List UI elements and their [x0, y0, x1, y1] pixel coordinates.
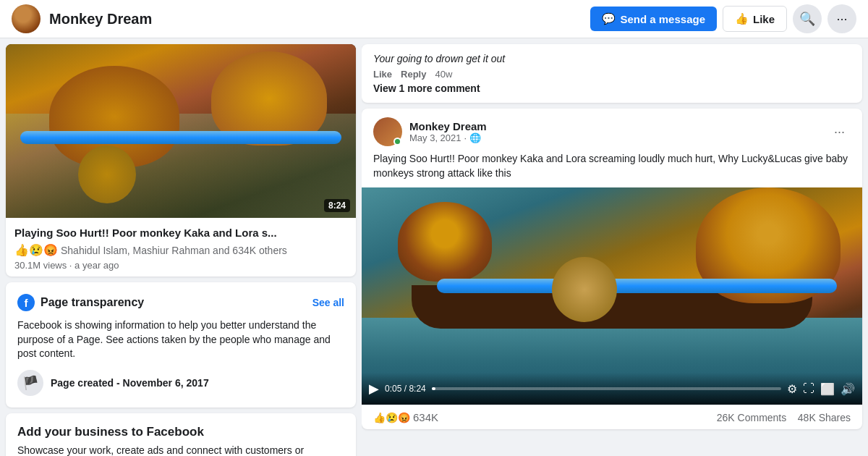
post-options-button[interactable]: ··· [828, 122, 851, 143]
search-button[interactable]: 🔍 [793, 4, 822, 33]
globe-icon: 🌐 [469, 132, 481, 143]
see-all-link[interactable]: See all [312, 297, 344, 308]
total-time: 8:24 [409, 384, 425, 394]
video-stats: 30.1M views · a year ago [14, 260, 347, 271]
search-icon: 🔍 [799, 11, 815, 27]
add-business-title: Add your business to Facebook [17, 425, 344, 439]
page-title: Monkey Dream [49, 11, 582, 28]
post-reaction-emojis: 👍😢😡 [373, 412, 410, 423]
online-indicator [393, 138, 401, 145]
control-icons: ⚙ ⛶ ⬜ 🔊 [787, 382, 855, 396]
comment-like-link[interactable]: Like [373, 69, 392, 80]
transparency-description: Facebook is showing information to help … [17, 318, 344, 361]
video-duration: 8:24 [324, 199, 350, 212]
page-created-text: Page created - November 6, 2017 [51, 377, 209, 389]
post-header: Monkey Dream May 3, 2021 · 🌐 ··· [362, 109, 862, 152]
post-date: May 3, 2021 [409, 132, 461, 143]
post-card: Monkey Dream May 3, 2021 · 🌐 ··· Playing… [362, 109, 862, 429]
video-info: Playing Soo Hurt!! Poor monkey Kaka and … [6, 218, 356, 276]
messenger-icon: 💬 [602, 12, 616, 25]
reaction-people: Shahidul Islam, Mashiur Rahman and 634K … [61, 245, 287, 256]
comment-actions: Like Reply 40w [373, 69, 851, 80]
more-options-button[interactable]: ··· [827, 4, 856, 33]
ellipsis-icon: ··· [836, 12, 847, 27]
page-created-row: 🏴 Page created - November 6, 2017 [17, 370, 344, 396]
comment-timestamp: 40w [435, 69, 452, 80]
post-avatar[interactable] [373, 117, 402, 146]
progress-fill [432, 387, 435, 390]
fullscreen-icon[interactable]: ⛶ [803, 382, 814, 395]
main-layout: 8:24 Playing Soo Hurt!! Poor monkey Kaka… [0, 38, 868, 456]
thumbs-up-icon: 👍 [735, 12, 749, 25]
post-meta: May 3, 2021 · 🌐 [409, 132, 821, 143]
post-header-info: Monkey Dream May 3, 2021 · 🌐 [409, 120, 821, 143]
video-controls: ▶ 0:05 / 8:24 ⚙ ⛶ ⬜ 🔊 [362, 373, 862, 405]
video-title: Playing Soo Hurt!! Poor monkey Kaka and … [14, 227, 347, 239]
play-button[interactable]: ▶ [369, 381, 379, 397]
transparency-title-row: f Page transparency [17, 294, 144, 311]
video-player[interactable]: ▶ 0:05 / 8:24 ⚙ ⛶ ⬜ 🔊 [362, 187, 862, 405]
theater-mode-icon[interactable]: ⬜ [820, 382, 835, 396]
video-thumbnail[interactable]: 8:24 [6, 44, 356, 218]
volume-icon[interactable]: 🔊 [841, 382, 855, 396]
add-business-description: Showcase your work, create ads and conne… [17, 444, 344, 456]
post-reactions: 👍😢😡 634K 26K Comments 48K Shares [362, 405, 862, 429]
time-display: 0:05 / 8:24 [385, 384, 426, 394]
shares-count[interactable]: 48K Shares [798, 412, 851, 423]
reactions-right: 26K Comments 48K Shares [717, 412, 851, 423]
post-reaction-count: 634K [413, 411, 438, 423]
video-reactions: 👍😢😡 Shahidul Islam, Mashiur Rahman and 6… [14, 243, 347, 257]
transparency-header: f Page transparency See all [17, 294, 344, 311]
left-panel: 8:24 Playing Soo Hurt!! Poor monkey Kaka… [0, 38, 362, 456]
current-time: 0:05 [385, 384, 401, 394]
flag-icon: 🏴 [17, 370, 43, 396]
comments-count[interactable]: 26K Comments [717, 412, 786, 423]
video-card: 8:24 Playing Soo Hurt!! Poor monkey Kaka… [6, 44, 356, 276]
send-message-button[interactable]: 💬 Send a message [590, 7, 717, 31]
transparency-title: Page transparency [41, 296, 144, 309]
post-text: Playing Soo Hurt!! Poor monkey Kaka and … [362, 152, 862, 187]
top-navigation: Monkey Dream 💬 Send a message 👍 Like 🔍 ·… [0, 0, 868, 38]
facebook-icon: f [17, 294, 35, 311]
view-more-comments[interactable]: View 1 more comment [373, 83, 851, 94]
comment-reply-link[interactable]: Reply [401, 69, 426, 80]
comment-section: Your going to drown get it out Like Repl… [362, 44, 862, 103]
comment-preview-text: Your going to drown get it out [373, 53, 851, 64]
post-privacy-icon: · [464, 132, 467, 143]
progress-bar[interactable] [432, 387, 781, 390]
page-avatar[interactable] [12, 4, 41, 33]
nav-actions: 💬 Send a message 👍 Like 🔍 ··· [590, 4, 856, 33]
reactions-left: 👍😢😡 634K [373, 411, 438, 423]
like-button[interactable]: 👍 Like [723, 6, 787, 32]
page-transparency-card: f Page transparency See all Facebook is … [6, 282, 356, 408]
reaction-emojis: 👍😢😡 [14, 243, 58, 257]
settings-icon[interactable]: ⚙ [787, 382, 797, 396]
post-author[interactable]: Monkey Dream [409, 120, 821, 132]
right-panel: Your going to drown get it out Like Repl… [362, 38, 868, 456]
add-business-card: Add your business to Facebook Showcase y… [6, 413, 356, 456]
